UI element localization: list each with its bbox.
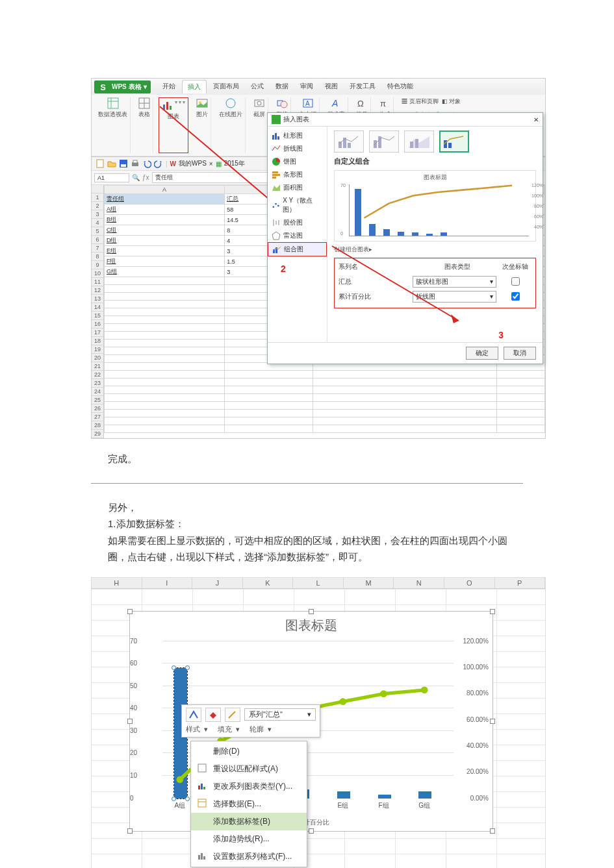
- ctx-delete[interactable]: 删除(D): [191, 743, 307, 760]
- dialog-title: 插入图表: [283, 115, 309, 124]
- annotation-3: 3: [498, 330, 504, 340]
- ctx-change-type[interactable]: 更改系列图表类型(Y)...: [191, 778, 307, 795]
- series-select[interactable]: 系列"汇总"▾: [244, 708, 316, 721]
- ctx-reset[interactable]: 重设以匹配样式(A): [191, 760, 307, 778]
- svg-rect-25: [121, 164, 126, 167]
- ct-pie[interactable]: 饼图: [268, 155, 327, 168]
- group-screenshot[interactable]: 截屏: [251, 97, 268, 153]
- save-icon[interactable]: [119, 159, 128, 168]
- print-icon[interactable]: [131, 159, 140, 168]
- svg-rect-31: [272, 135, 274, 140]
- svg-point-62: [339, 698, 346, 705]
- tab-formula[interactable]: 公式: [246, 80, 269, 93]
- svg-rect-55: [448, 143, 452, 148]
- tab-insert[interactable]: 插入: [182, 80, 207, 93]
- screenshot-chart-context: HIJKLMNOP 图表标题 0 10 20 30 40 50 60 70 0.…: [91, 577, 546, 869]
- series1-secondary-checkbox[interactable]: [511, 277, 520, 286]
- subtype-title: 自定义组合: [334, 156, 536, 166]
- ct-area[interactable]: 面积图: [268, 181, 327, 194]
- ct-column[interactable]: 柱形图: [268, 129, 327, 142]
- tab-special[interactable]: 特色功能: [382, 80, 418, 93]
- svg-text:A: A: [305, 100, 310, 107]
- svg-rect-67: [201, 784, 203, 789]
- svg-rect-66: [198, 786, 200, 789]
- group-chart[interactable]: ▾ ▾ ▾ 图表: [159, 97, 188, 153]
- ctx-add-data-label[interactable]: 添加数据标签(B): [191, 813, 307, 830]
- ct-bar[interactable]: 条形图: [268, 168, 327, 181]
- svg-rect-32: [275, 133, 277, 140]
- tab-review[interactable]: 审阅: [295, 80, 318, 93]
- chart-type-list: 柱形图 折线图 饼图 条形图 面积图 X Y（散点图） 股价图 雷达图 组合图: [268, 127, 327, 342]
- redo-icon[interactable]: [154, 159, 163, 168]
- tab-view[interactable]: 视图: [320, 80, 343, 93]
- ct-stock[interactable]: 股价图: [268, 216, 327, 229]
- subtype-custom[interactable]: [439, 130, 469, 153]
- ctx-add-trendline[interactable]: 添加趋势线(R)...: [191, 830, 307, 848]
- chart-title[interactable]: 图表标题: [130, 612, 492, 636]
- group-online-pic[interactable]: 在线图片: [216, 97, 246, 153]
- group-pivot[interactable]: 数据透视表: [96, 97, 131, 153]
- series2-type-select[interactable]: 折线图▾: [413, 291, 496, 303]
- ct-line[interactable]: 折线图: [268, 142, 327, 155]
- name-box[interactable]: A1: [94, 173, 129, 182]
- svg-rect-49: [348, 143, 351, 148]
- ct-combo[interactable]: 组合图: [268, 242, 327, 256]
- outline-button[interactable]: [225, 708, 240, 722]
- svg-point-63: [380, 690, 387, 697]
- chart-legend: ▪ 累计百分比: [130, 818, 492, 827]
- svg-point-40: [277, 205, 279, 207]
- series1-type-select[interactable]: 簇状柱形图▾: [413, 276, 496, 288]
- subtype-3[interactable]: [404, 130, 434, 153]
- svg-marker-44: [272, 232, 280, 240]
- mini-toolbar: 系列"汇总"▾ 样式▾ 填充▾ 轮廓▾: [181, 704, 320, 738]
- svg-point-58: [177, 776, 184, 783]
- tab-layout[interactable]: 页面布局: [208, 80, 244, 93]
- svg-point-39: [275, 203, 277, 205]
- ct-scatter[interactable]: X Y（散点图）: [268, 194, 327, 216]
- open-icon[interactable]: [107, 159, 116, 168]
- row-headers: 1234567891011121314151617181920212223242…: [92, 185, 104, 438]
- tab-dev[interactable]: 开发工具: [344, 80, 381, 93]
- doc-tab-1[interactable]: 我的WPS: [179, 159, 207, 168]
- close-icon[interactable]: ✕: [533, 116, 539, 123]
- tab-data[interactable]: 数据: [270, 80, 294, 93]
- svg-rect-69: [198, 799, 206, 807]
- group-picture[interactable]: 图片: [194, 97, 211, 153]
- ok-button[interactable]: 确定: [466, 347, 498, 360]
- search-icon[interactable]: 🔍: [132, 174, 140, 181]
- style-button[interactable]: [186, 708, 201, 722]
- subtype-2[interactable]: [369, 130, 399, 153]
- text-p1: 另外，: [108, 499, 523, 516]
- svg-rect-8: [163, 105, 165, 110]
- group-table[interactable]: 表格: [136, 97, 153, 153]
- svg-rect-53: [415, 139, 418, 148]
- svg-point-64: [421, 686, 428, 693]
- undo-icon[interactable]: [142, 159, 151, 168]
- fx-icon[interactable]: ƒx: [142, 174, 149, 181]
- ctx-format-series[interactable]: 设置数据系列格式(F)...: [191, 848, 307, 865]
- ctx-select-data[interactable]: 选择数据(E)...: [191, 795, 307, 813]
- y-axis-primary: 0 10 20 30 40 50 60 70: [130, 641, 161, 799]
- subtype-1[interactable]: [334, 130, 364, 153]
- ct-radar[interactable]: 雷达图: [268, 229, 327, 242]
- svg-rect-33: [277, 136, 279, 140]
- svg-rect-52: [410, 142, 413, 148]
- screenshot-wps-ribbon: S WPS 表格 ▾ 开始 插入 页面布局 公式 数据 审阅 视图 开发工具 特…: [91, 78, 546, 439]
- svg-rect-68: [203, 787, 205, 789]
- y-axis-secondary: 0.00% 20.00% 40.00% 60.00% 80.00% 100.00…: [455, 641, 492, 799]
- column-headers: HIJKLMNOP: [92, 578, 545, 589]
- svg-text:Ω: Ω: [357, 99, 364, 108]
- new-icon[interactable]: [96, 159, 105, 168]
- tab-home[interactable]: 开始: [157, 80, 181, 93]
- doc-tab-2[interactable]: 2015年: [224, 159, 245, 168]
- fill-button[interactable]: [205, 708, 221, 722]
- series2-secondary-checkbox[interactable]: [511, 292, 520, 301]
- svg-text:S: S: [100, 82, 105, 92]
- annotation-2: 2: [281, 264, 286, 274]
- svg-rect-71: [198, 855, 200, 860]
- cancel-button[interactable]: 取消: [504, 347, 536, 360]
- context-menu: 删除(D) 重设以匹配样式(A) 更改系列图表类型(Y)... 选择数据(E).…: [190, 741, 307, 867]
- svg-rect-35: [272, 171, 278, 173]
- svg-rect-37: [272, 177, 276, 179]
- chart-subtype-row: [334, 130, 536, 153]
